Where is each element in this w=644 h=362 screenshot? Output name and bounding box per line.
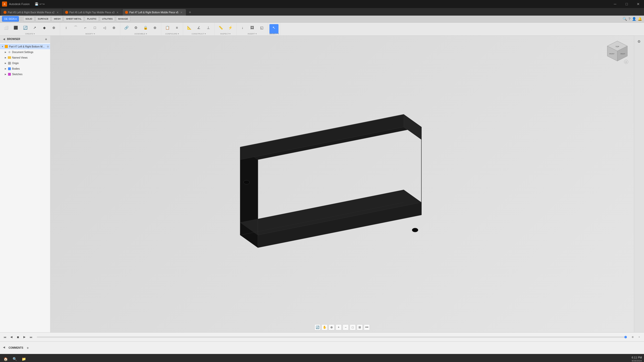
- ribbon-btn-construct1[interactable]: 📐: [185, 24, 194, 34]
- tab-close-part5[interactable]: ✕: [56, 10, 60, 14]
- mode-sheet-metal[interactable]: SHEET METAL: [64, 16, 84, 22]
- ribbon-btn-press-pull[interactable]: ↕: [62, 24, 71, 34]
- tab-part5[interactable]: Part #5 Left & Right Back Middle Piece x…: [1, 9, 62, 16]
- create-label: CREATE ▾: [0, 33, 60, 35]
- mode-plastic[interactable]: PLASTIC: [85, 16, 99, 22]
- ribbon-btn-chamfer[interactable]: ⌐: [81, 24, 90, 34]
- tree-item-named-views[interactable]: ▶ Named Views: [0, 55, 50, 60]
- pb-prev[interactable]: ◀: [9, 334, 14, 340]
- pb-skip-end[interactable]: ⏭: [28, 334, 34, 340]
- vp-more-btn[interactable]: •••: [364, 324, 370, 330]
- ribbon-btn-inspect1[interactable]: 📏: [216, 24, 225, 34]
- vp-zoom-in-btn[interactable]: +: [336, 324, 342, 330]
- tab-label-part7: Part #7 Left & Right Bottom Middle Piece…: [129, 11, 178, 14]
- tree-item-bodies[interactable]: ▶ Bodies: [0, 66, 50, 71]
- ribbon-btn-draft[interactable]: ◁: [100, 24, 109, 34]
- toolbar-notify-icon[interactable]: 🔔: [638, 17, 642, 21]
- minimize-button[interactable]: ─: [609, 0, 621, 8]
- ribbon-btn-construct3[interactable]: ⊥: [204, 24, 213, 34]
- tree-settings-icon[interactable]: ⚙: [47, 45, 49, 48]
- ribbon-btn-more-create[interactable]: ⊕: [49, 24, 58, 34]
- toolbar-user-icon[interactable]: 👤: [632, 17, 636, 21]
- tab-close-part6[interactable]: ✕: [115, 10, 119, 14]
- ribbon-btn-more-assemble[interactable]: ⊕: [150, 24, 159, 34]
- quick-access-redo[interactable]: ↪: [42, 3, 45, 6]
- tree-expand-bodies[interactable]: ▶: [4, 67, 7, 70]
- vp-orbit-btn[interactable]: 🔄: [314, 324, 320, 330]
- ribbon-btn-revolve[interactable]: 🔄: [21, 24, 30, 34]
- ribbon-btn-new-component[interactable]: ⬜: [2, 24, 11, 34]
- tab-part6[interactable]: Part #6 Left & Right Top Middle Piece x3…: [63, 9, 122, 16]
- toolbar-help-icon[interactable]: ?: [628, 17, 630, 21]
- new-tab-button[interactable]: +: [186, 9, 193, 16]
- mode-mesh[interactable]: MESH: [52, 16, 63, 22]
- timeline-add-btn[interactable]: +: [636, 334, 642, 340]
- browser-add-button[interactable]: +: [44, 37, 48, 41]
- ribbon-btn-insert1[interactable]: ↓: [238, 24, 247, 34]
- browser-collapse-button[interactable]: ◀: [2, 37, 6, 41]
- maximize-button[interactable]: □: [621, 0, 632, 8]
- ribbon-btn-select[interactable]: ↖: [269, 24, 278, 34]
- status-search-btn[interactable]: 🔍: [11, 355, 18, 362]
- timeline-handle[interactable]: [624, 336, 627, 338]
- ribbon-btn-extrude[interactable]: ⬛: [11, 24, 20, 34]
- view-cube[interactable]: TOP RIGHT FRONT ⌂: [605, 40, 630, 65]
- ribbon-btn-insert2[interactable]: 🖼: [248, 24, 257, 34]
- ribbon-btn-inspect2[interactable]: ⚡: [226, 24, 235, 34]
- ribbon-btn-assemble1[interactable]: 🔗: [122, 24, 131, 34]
- tab-part7[interactable]: Part #7 Left & Right Bottom Middle Piece…: [123, 9, 186, 16]
- ribbon-group-select: ↖ SELECT ▾: [268, 23, 280, 35]
- comments-add-button[interactable]: +: [27, 346, 31, 350]
- tree-item-root[interactable]: ▼ Part #7 Left & Right Bottom M... ⚙: [0, 44, 50, 49]
- quick-access-save[interactable]: 💾: [35, 2, 38, 6]
- tree-item-origin[interactable]: ▶ Origin: [0, 60, 50, 66]
- ribbon-btn-assemble2[interactable]: ⚙: [131, 24, 140, 34]
- right-panel-btn1[interactable]: ⚙: [635, 38, 643, 45]
- mode-surface[interactable]: SURFACE: [35, 16, 51, 22]
- ribbon-btn-construct2[interactable]: ∠: [194, 24, 203, 34]
- status-home-btn[interactable]: 🏠: [2, 355, 9, 362]
- tree-expand-root[interactable]: ▼: [1, 45, 4, 48]
- viewport[interactable]: TOP RIGHT FRONT ⌂ 🔄 ✋ ⊕ + − □ ⊞ •••: [50, 36, 634, 332]
- mode-utilities[interactable]: UTILITIES: [100, 16, 115, 22]
- ribbon-btn-shell[interactable]: □: [90, 24, 99, 34]
- ribbon-btn-insert3[interactable]: ◱: [257, 24, 266, 34]
- window-controls: ─ □ ✕: [609, 0, 644, 8]
- mode-design[interactable]: DE SIGN ▾: [2, 16, 19, 22]
- vp-pan-btn[interactable]: ✋: [321, 324, 328, 330]
- assemble1-icon: 🔗: [124, 25, 129, 30]
- tree-label-origin: Origin: [12, 62, 49, 65]
- ribbon-btn-sweep[interactable]: ↗: [30, 24, 39, 34]
- ribbon-btn-more-modify[interactable]: ⊕: [109, 24, 118, 34]
- vp-display-btn[interactable]: □: [350, 324, 356, 330]
- toolbar-search-icon[interactable]: 🔍: [623, 17, 627, 21]
- vp-zoom-out-btn[interactable]: −: [343, 324, 349, 330]
- ribbon-btn-assemble3[interactable]: 🔒: [141, 24, 150, 34]
- mode-solid[interactable]: SOLID: [23, 16, 34, 22]
- ribbon-btn-configure2[interactable]: ≡: [172, 24, 181, 34]
- vp-grid-btn[interactable]: ⊞: [357, 324, 363, 330]
- mode-manage[interactable]: MANAGE: [116, 16, 130, 22]
- quick-access-undo[interactable]: ↩: [39, 3, 42, 6]
- pb-play[interactable]: ▶: [22, 334, 27, 340]
- comments-toggle-button[interactable]: ◀: [3, 346, 7, 350]
- viewport-canvas[interactable]: TOP RIGHT FRONT ⌂ 🔄 ✋ ⊕ + − □ ⊞ •••: [50, 36, 634, 332]
- tree-item-doc-settings[interactable]: ▶ ⚙ Document Settings: [0, 49, 50, 55]
- vp-fit-btn[interactable]: ⊕: [329, 324, 335, 330]
- status-folder-btn[interactable]: 📁: [20, 355, 27, 362]
- ribbon-btn-fillet[interactable]: ⌒: [71, 24, 80, 34]
- ribbon-btn-configure1[interactable]: 📋: [163, 24, 172, 34]
- tab-close-part7[interactable]: ✕: [179, 10, 183, 14]
- main-area: ◀ BROWSER + ▼ Part #7 Left & Right Botto…: [0, 36, 644, 332]
- pb-skip-start[interactable]: ⏮: [2, 334, 8, 340]
- tree-expand-sketches[interactable]: ▶: [4, 73, 7, 76]
- timeline-settings-btn[interactable]: ⚙: [630, 334, 635, 340]
- tree-expand-named-views[interactable]: ▶: [4, 56, 7, 59]
- pb-stop[interactable]: ⏹: [15, 334, 21, 340]
- tree-expand-doc-settings[interactable]: ▶: [4, 51, 7, 54]
- tree-label-root: Part #7 Left & Right Bottom M...: [9, 45, 47, 48]
- close-button[interactable]: ✕: [632, 0, 644, 8]
- ribbon-btn-loft[interactable]: ◆: [40, 24, 49, 34]
- tree-expand-origin[interactable]: ▶: [4, 62, 7, 65]
- tree-item-sketches[interactable]: ▶ Sketches: [0, 71, 50, 77]
